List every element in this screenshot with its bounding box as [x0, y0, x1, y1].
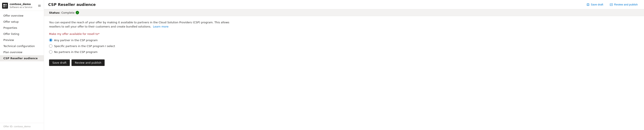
status-label: Status: [49, 11, 60, 14]
save-draft-button[interactable]: Save draft [49, 59, 70, 66]
sidebar-item-plan-overview[interactable]: Plan overview [0, 49, 44, 55]
sidebar-item-offer-listing[interactable]: Offer listing [0, 31, 44, 37]
brand-logo-icon [2, 3, 8, 9]
svg-rect-4 [38, 5, 41, 5]
svg-rect-0 [3, 4, 5, 6]
sidebar-item-offer-overview[interactable]: Offer overview [0, 13, 44, 19]
radio-option-no-partners[interactable]: No partners in the CSP program [49, 50, 639, 54]
save-icon [586, 3, 590, 6]
radio-group: Any partner in the CSP program Specific … [49, 38, 639, 54]
svg-rect-5 [38, 6, 41, 6]
svg-rect-3 [5, 6, 7, 7]
radio-no-partners-label: No partners in the CSP program [54, 50, 98, 54]
brand-subtitle: Software as a Service [10, 6, 32, 9]
status-complete-icon: ✓ [76, 11, 79, 14]
page-body: Status: Complete ✓ You can expand the re… [44, 9, 644, 130]
radio-any-partner-input[interactable] [49, 38, 52, 42]
sidebar-item-properties[interactable]: Properties [0, 25, 44, 31]
sidebar-brand: contoso_demo Software as a Service [2, 3, 32, 9]
sidebar-item-preview[interactable]: Preview [0, 37, 44, 43]
sidebar-item-csp-reseller-audience[interactable]: CSP Reseller audience [0, 55, 44, 61]
sidebar-item-offer-setup[interactable]: Offer setup [0, 19, 44, 25]
publish-icon [610, 3, 613, 6]
svg-rect-9 [587, 5, 589, 6]
sidebar-footer: Offer ID: contoso_demo [0, 123, 44, 130]
description-text: You can expand the reach of your offer b… [49, 20, 238, 29]
review-publish-button-top[interactable]: Review and publish [608, 2, 640, 7]
sidebar-header: contoso_demo Software as a Service [0, 0, 44, 11]
svg-rect-2 [3, 6, 5, 7]
section-label: Make my offer available for resell to* [49, 32, 639, 36]
radio-specific-partners-label: Specific partners in the CSP program I s… [54, 45, 115, 48]
radio-no-partners-input[interactable] [49, 50, 52, 54]
radio-option-any-partner[interactable]: Any partner in the CSP program [49, 38, 639, 42]
radio-option-specific-partners[interactable]: Specific partners in the CSP program I s… [49, 44, 639, 48]
brand-text: contoso_demo Software as a Service [10, 3, 32, 9]
status-value: Complete [62, 11, 75, 14]
main-content: CSP Reseller audience Save draft Revi [44, 0, 644, 130]
page-title: CSP Reseller audience [48, 2, 96, 7]
actions-row: Save draft Review and publish [49, 59, 639, 66]
top-bar-actions: Save draft Review and publish [584, 2, 640, 7]
learn-more-link[interactable]: Learn more [153, 25, 168, 28]
sidebar-nav: Offer overview Offer setup Properties Of… [0, 11, 44, 123]
review-publish-button[interactable]: Review and publish [72, 59, 104, 66]
brand-name: contoso_demo [10, 3, 32, 6]
status-bar: Status: Complete ✓ [44, 9, 644, 16]
sidebar-item-technical-configuration[interactable]: Technical configuration [0, 43, 44, 49]
svg-rect-8 [588, 4, 589, 5]
radio-specific-partners-input[interactable] [49, 44, 52, 48]
content-section: You can expand the reach of your offer b… [44, 16, 644, 72]
sidebar: contoso_demo Software as a Service Offer… [0, 0, 44, 130]
top-bar: CSP Reseller audience Save draft Revi [44, 0, 644, 9]
sidebar-toggle-button[interactable] [37, 3, 42, 8]
radio-any-partner-label: Any partner in the CSP program [54, 39, 98, 42]
svg-rect-6 [38, 6, 41, 7]
svg-rect-1 [5, 4, 7, 6]
save-draft-button-top[interactable]: Save draft [584, 2, 605, 7]
